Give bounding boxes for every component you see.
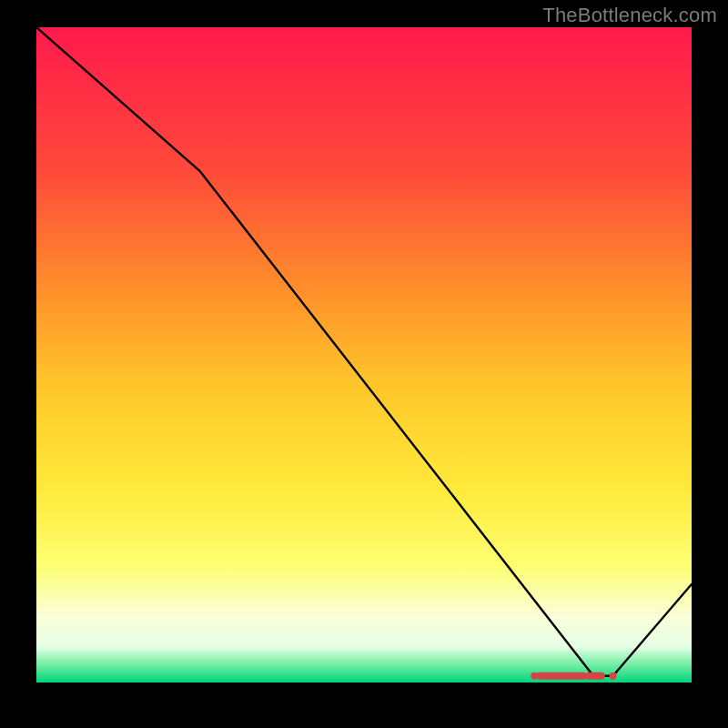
gradient-background <box>36 27 692 682</box>
chart-svg <box>36 27 692 682</box>
watermark-text: TheBottleneck.com <box>542 4 717 27</box>
plot-area <box>36 27 692 682</box>
valley-marker <box>531 672 616 680</box>
valley-dot-end <box>610 672 617 680</box>
chart-frame: TheBottleneck.com <box>0 0 728 728</box>
